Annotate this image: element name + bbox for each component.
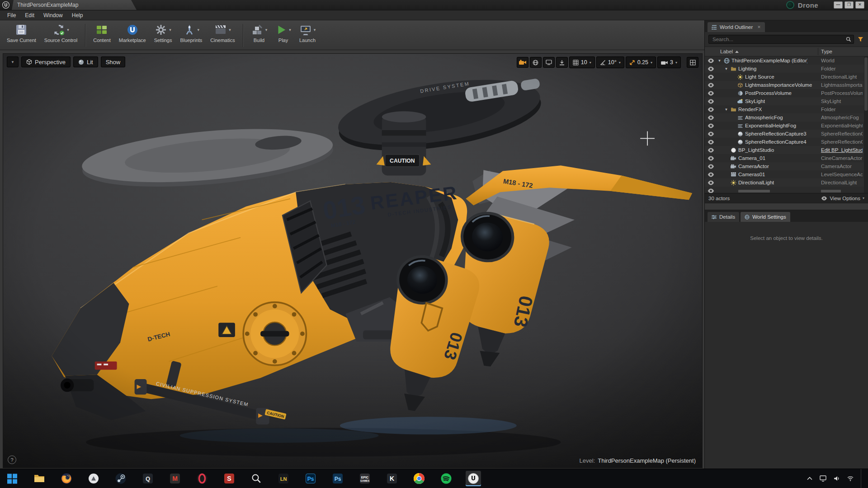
blueprints-button[interactable]: ▾ Blueprints — [176, 21, 206, 50]
menu-file[interactable]: File — [3, 10, 20, 20]
tab-world-outliner[interactable]: World Outliner ✕ — [708, 22, 765, 32]
outliner-row[interactable]: SkyLightSkyLight — [705, 97, 868, 105]
help-icon[interactable]: ? — [8, 455, 16, 464]
save-current-button[interactable]: Save Current — [3, 21, 40, 50]
visibility-eye-icon[interactable] — [705, 75, 717, 80]
outliner-scrollbar[interactable] — [864, 56, 868, 193]
expander-arrow-icon[interactable]: ▼ — [723, 67, 729, 71]
network-tray-icon[interactable] — [847, 476, 854, 481]
world-space-toggle-button[interactable] — [530, 57, 542, 68]
outliner-row[interactable] — [705, 187, 868, 193]
close-button[interactable]: ✕ — [855, 1, 864, 9]
document-tab[interactable]: ThirdPersonExampleMap — [12, 0, 137, 10]
outliner-row[interactable]: ▼LightingFolder — [705, 65, 868, 73]
outliner-search-input[interactable] — [708, 35, 854, 44]
launch-button[interactable]: ▾ Launch — [295, 21, 320, 50]
taskbar-photoshop[interactable]: Ps — [303, 471, 318, 486]
dropdown-caret-icon[interactable]: ▾ — [67, 28, 69, 32]
lit-mode-button[interactable]: Lit — [73, 56, 98, 67]
visibility-eye-icon[interactable] — [705, 123, 717, 128]
outliner-row[interactable]: LightmassImportanceVolumeLightmassImport… — [705, 81, 868, 89]
visibility-eye-icon[interactable] — [705, 164, 717, 169]
label-column-header[interactable]: Label — [705, 49, 739, 54]
visibility-eye-icon[interactable] — [705, 180, 717, 185]
expander-arrow-icon[interactable]: ▼ — [723, 108, 729, 112]
taskbar-steam[interactable] — [113, 471, 128, 486]
outliner-row[interactable]: ExponentialHeightFogExponentialHeightFog — [705, 122, 868, 130]
outliner-row[interactable]: Cameras01LevelSequenceActor — [705, 170, 868, 178]
taskbar-substance[interactable]: S — [222, 471, 237, 486]
grid-snap-control[interactable]: 10▾ — [569, 56, 595, 68]
outliner-row[interactable]: CameraActorCameraActor — [705, 162, 868, 170]
taskbar-firefox[interactable] — [59, 471, 74, 486]
settings-button[interactable]: ▾ Settings — [150, 21, 176, 50]
volume-tray-icon[interactable] — [834, 476, 840, 481]
visibility-eye-icon[interactable] — [705, 156, 717, 161]
taskbar-gmail[interactable]: M — [167, 471, 183, 486]
dropdown-caret-icon[interactable]: ▾ — [198, 28, 200, 32]
viewport-scene[interactable]: DRIVE SYSTEM — [3, 54, 702, 468]
maximize-viewport-button[interactable] — [687, 57, 698, 68]
tab-details[interactable]: Details — [708, 212, 739, 222]
restore-button[interactable]: ❐ — [844, 1, 854, 9]
outliner-row[interactable]: SphereReflectionCapture3SphereReflection… — [705, 130, 868, 138]
show-desktop-button[interactable] — [861, 469, 863, 488]
taskbar-photoshop-2[interactable]: Ps — [330, 471, 345, 486]
taskbar-chrome[interactable] — [411, 471, 427, 486]
taskbar-file-explorer[interactable] — [32, 471, 47, 486]
dropdown-caret-icon[interactable]: ▾ — [314, 28, 316, 32]
expander-arrow-icon[interactable]: ▼ — [717, 59, 722, 63]
dropdown-caret-icon[interactable]: ▾ — [229, 28, 231, 32]
close-tab-icon[interactable]: ✕ — [757, 25, 761, 29]
dropdown-caret-icon[interactable]: ▾ — [265, 28, 268, 32]
taskbar-opera[interactable] — [194, 471, 210, 486]
tab-world-settings[interactable]: World Settings — [741, 212, 790, 222]
outliner-row[interactable]: Camera_01CineCameraActor — [705, 154, 868, 162]
play-button[interactable]: ▾ Play — [271, 21, 295, 50]
build-button[interactable]: ▾ Build — [247, 21, 272, 50]
taskbar-search[interactable] — [249, 471, 264, 486]
visibility-eye-icon[interactable] — [705, 107, 717, 112]
taskbar-quixel[interactable]: Q — [140, 471, 156, 486]
visibility-eye-icon[interactable] — [705, 83, 717, 88]
taskbar-spotify[interactable] — [439, 471, 454, 486]
minimize-button[interactable]: — — [834, 1, 843, 9]
visibility-eye-icon[interactable] — [705, 140, 717, 145]
outliner-row[interactable]: SphereReflectionCapture4SphereReflection… — [705, 138, 868, 146]
outliner-row[interactable]: AtmosphericFogAtmosphericFog — [705, 113, 868, 122]
search-filter-button[interactable] — [856, 35, 864, 43]
taskbar-start[interactable] — [5, 471, 20, 486]
menu-edit[interactable]: Edit — [20, 10, 39, 20]
outliner-row[interactable]: DirectionalLightDirectionalLight — [705, 178, 868, 187]
taskbar-epic-games[interactable]: EPICGAMES — [357, 471, 373, 486]
visibility-eye-icon[interactable] — [705, 91, 717, 96]
marketplace-button[interactable]: Marketplace — [115, 21, 150, 50]
visibility-eye-icon[interactable] — [705, 172, 717, 177]
visibility-eye-icon[interactable] — [705, 148, 717, 153]
scale-snap-control[interactable]: 0.25▾ — [626, 56, 656, 68]
show-menu-button[interactable]: Show — [101, 56, 126, 67]
taskbar-krita[interactable]: K — [384, 471, 400, 486]
visibility-eye-icon[interactable] — [705, 115, 717, 120]
display-tray-icon[interactable] — [820, 475, 826, 482]
outliner-row[interactable]: ▼RenderFXFolder — [705, 105, 868, 113]
taskbar-ln-app[interactable]: LN — [276, 471, 291, 486]
outliner-row[interactable]: PostProcessVolumePostProcessVolume — [705, 89, 868, 97]
view-options-button[interactable]: View Options ▾ — [821, 196, 864, 201]
rotation-snap-control[interactable]: 10°▾ — [596, 56, 624, 68]
camera-icon-button[interactable] — [517, 57, 528, 68]
visibility-eye-icon[interactable] — [705, 188, 717, 193]
surface-snapping-button[interactable] — [543, 57, 555, 68]
outliner-row[interactable]: BP_LightStudioEdit BP_LightStudio — [705, 146, 868, 154]
outliner-row[interactable]: ▼ThirdPersonExampleMap (Editor)World — [705, 56, 868, 65]
actor-snapping-button[interactable] — [556, 57, 568, 68]
visibility-eye-icon[interactable] — [705, 99, 717, 104]
edit-blueprint-link[interactable]: Edit BP_LightStudio — [821, 147, 863, 153]
tray-expand-icon[interactable] — [807, 477, 812, 480]
type-column-header[interactable]: Type — [821, 49, 832, 54]
visibility-eye-icon[interactable] — [705, 131, 717, 136]
dropdown-caret-icon[interactable]: ▾ — [289, 28, 291, 32]
taskbar-unreal-engine[interactable] — [466, 471, 481, 486]
cinematics-button[interactable]: ▾ Cinematics — [206, 21, 239, 50]
viewport[interactable]: DRIVE SYSTEM — [3, 53, 703, 468]
